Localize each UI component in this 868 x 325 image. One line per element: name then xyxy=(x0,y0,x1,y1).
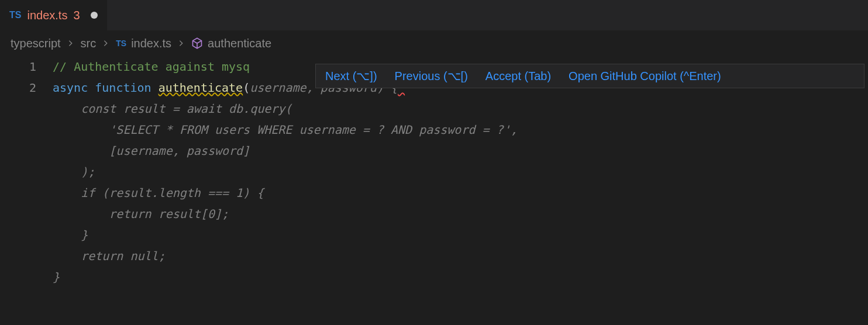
inline-suggestion-line: const result = await db.query( xyxy=(53,98,868,119)
inline-suggestion-line: } xyxy=(53,267,868,288)
breadcrumbs: typescript src TS index.ts authenticate xyxy=(0,30,868,56)
breadcrumb-typescript[interactable]: typescript xyxy=(11,37,61,50)
editor[interactable]: 1 2 // Authenticate against mysqasync fu… xyxy=(0,56,868,288)
symbol-method-icon xyxy=(191,37,203,49)
inline-suggestion-line: return null; xyxy=(53,246,868,267)
chevron-right-icon xyxy=(177,37,185,50)
inline-suggestion-line: 'SELECT * FROM users WHERE username = ? … xyxy=(53,119,868,140)
copilot-previous-button[interactable]: Previous (⌥[) xyxy=(395,69,468,83)
tab-index-ts[interactable]: TS index.ts 3 xyxy=(0,0,108,30)
breadcrumb-src[interactable]: src xyxy=(81,37,97,50)
inline-suggestion-line: return result[0]; xyxy=(53,203,868,224)
line-number-gutter: 1 2 xyxy=(0,56,53,288)
tab-bar: TS index.ts 3 xyxy=(0,0,868,30)
typescript-icon: TS xyxy=(116,39,126,48)
copilot-open-button[interactable]: Open GitHub Copilot (^Enter) xyxy=(569,70,721,83)
chevron-right-icon xyxy=(102,37,110,50)
breadcrumb-file[interactable]: TS index.ts xyxy=(116,37,171,50)
code-content[interactable]: // Authenticate against mysqasync functi… xyxy=(53,56,868,288)
inline-suggestion-line: [username, password] xyxy=(53,140,868,161)
copilot-next-button[interactable]: Next (⌥]) xyxy=(325,69,377,83)
copilot-inline-toolbar: Next (⌥]) Previous (⌥[) Accept (Tab) Ope… xyxy=(315,64,864,88)
typescript-icon: TS xyxy=(9,10,21,20)
line-number: 2 xyxy=(0,77,36,98)
unsaved-indicator-icon xyxy=(91,12,98,19)
line-number: 1 xyxy=(0,56,36,77)
inline-suggestion-line: ); xyxy=(53,161,868,182)
tab-label: index.ts xyxy=(27,9,67,22)
chevron-right-icon xyxy=(67,37,75,50)
copilot-accept-button[interactable]: Accept (Tab) xyxy=(485,70,551,83)
tab-problems-count: 3 xyxy=(73,9,80,22)
inline-suggestion-line: } xyxy=(53,224,868,246)
breadcrumb-symbol[interactable]: authenticate xyxy=(191,37,271,50)
inline-suggestion-line: if (result.length === 1) { xyxy=(53,182,868,203)
